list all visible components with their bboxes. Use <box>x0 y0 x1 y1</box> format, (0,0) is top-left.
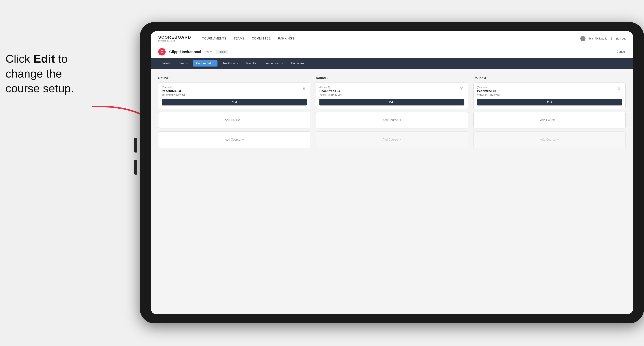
user-email: blair@clippd.io <box>589 37 608 40</box>
tournament-name: Clippd Invitational <box>169 50 201 54</box>
sub-header-left: C Clippd Invitational (Men) Hosting <box>158 48 228 55</box>
main-content: Round 1 🗑 (Course A) Peachtree GC Yellow… <box>151 69 633 314</box>
round-3-add-course-2-label: Add Course <box>540 138 556 141</box>
round-3-course-label: (Course A) <box>477 86 622 89</box>
round-1-delete-button[interactable]: 🗑 <box>302 86 307 91</box>
round-1-add-course-1-label: Add Course <box>225 119 240 122</box>
user-avatar-icon <box>580 36 586 41</box>
nav-right: blair@clippd.io | Sign out <box>580 36 626 41</box>
round-3-add-course-2-plus: + <box>557 138 559 142</box>
nav-rankings[interactable]: RANKINGS <box>278 36 294 41</box>
round-1-add-course-1[interactable]: Add Course + <box>158 112 310 129</box>
round-1-header: Round 1 <box>158 76 310 80</box>
tab-results[interactable]: Results <box>243 60 260 66</box>
nav-tournaments[interactable]: TOURNAMENTS <box>202 36 226 41</box>
round-1-course-details: Yellow (M) (6629 yds) <box>162 93 307 96</box>
nav-separator: | <box>611 37 612 40</box>
round-2-add-course-1-label: Add Course <box>382 119 398 122</box>
instruction-block: Click Edit to change the course setup. <box>6 51 101 96</box>
tablet-screen: SCOREBOARD Powered by clippd TOURNAMENTS… <box>151 31 633 314</box>
round-1-course-name: Peachtree GC <box>162 89 307 93</box>
round-1-add-course-2[interactable]: Add Course + <box>158 131 310 148</box>
round-2-course-name: Peachtree GC <box>320 89 464 93</box>
tab-teams[interactable]: Teams <box>176 60 191 66</box>
round-3-column: Round 3 🗑 (Course A) Peachtree GC Yellow… <box>474 76 626 151</box>
round-1-add-course-2-plus: + <box>242 138 244 142</box>
sign-out-link[interactable]: Sign out <box>616 37 626 40</box>
instruction-bold: Edit <box>34 52 55 65</box>
round-3-delete-button[interactable]: 🗑 <box>616 86 622 91</box>
rounds-grid: Round 1 🗑 (Course A) Peachtree GC Yellow… <box>158 76 626 151</box>
round-1-course-card: 🗑 (Course A) Peachtree GC Yellow (M) (66… <box>158 82 310 109</box>
round-3-course-name: Peachtree GC <box>477 89 622 93</box>
tab-course-setup[interactable]: Course Setup <box>193 60 218 66</box>
round-3-add-course-1[interactable]: Add Course + <box>474 112 626 129</box>
tablet-side-button-1 <box>134 138 137 153</box>
round-2-edit-button[interactable]: Edit <box>320 99 464 105</box>
round-1-edit-button[interactable]: Edit <box>162 99 307 105</box>
round-3-header: Round 3 <box>474 76 626 80</box>
round-3-add-course-1-plus: + <box>557 118 559 122</box>
sub-header: C Clippd Invitational (Men) Hosting Canc… <box>151 46 633 58</box>
round-3-add-course-2: Add Course + <box>474 131 626 148</box>
round-2-delete-button[interactable]: 🗑 <box>459 86 464 91</box>
cancel-button[interactable]: Cancel <box>616 50 626 53</box>
tab-bar: Details Teams Course Setup Tee Groups Re… <box>151 58 633 69</box>
round-2-add-course-1-plus: + <box>400 118 402 122</box>
round-1-add-course-1-plus: + <box>242 118 244 122</box>
round-2-column: Round 2 🗑 (Course A) Peachtree GC Yellow… <box>316 76 468 151</box>
round-2-course-label: (Course A) <box>320 86 464 89</box>
clippd-logo: C <box>158 48 166 55</box>
round-1-add-course-2-label: Add Course <box>225 138 240 141</box>
tablet-frame: SCOREBOARD Powered by clippd TOURNAMENTS… <box>140 22 644 323</box>
nav-left: SCOREBOARD Powered by clippd TOURNAMENTS… <box>158 35 294 42</box>
tab-details[interactable]: Details <box>158 60 174 66</box>
powered-by: Powered by clippd <box>158 40 191 42</box>
round-2-add-course-2-label: Add Course <box>382 138 398 141</box>
tab-tee-groups[interactable]: Tee Groups <box>219 60 241 66</box>
round-1-course-label: (Course A) <box>162 86 307 89</box>
round-2-course-details: Yellow (M) (6629 yds) <box>320 93 464 96</box>
round-3-course-card: 🗑 (Course A) Peachtree GC Yellow (M) (66… <box>474 82 626 109</box>
round-2-header: Round 2 <box>316 76 468 80</box>
round-3-course-details: Yellow (M) (6629 yds) <box>477 93 622 96</box>
round-2-add-course-1[interactable]: Add Course + <box>316 112 468 129</box>
round-2-course-card: 🗑 (Course A) Peachtree GC Yellow (M) (66… <box>316 82 468 109</box>
tab-printables[interactable]: Printables <box>288 60 308 66</box>
round-1-column: Round 1 🗑 (Course A) Peachtree GC Yellow… <box>158 76 310 151</box>
nav-links: TOURNAMENTS TEAMS COMMITTEE RANKINGS <box>202 36 294 41</box>
round-3-edit-button[interactable]: Edit <box>477 99 622 105</box>
top-nav: SCOREBOARD Powered by clippd TOURNAMENTS… <box>151 31 633 46</box>
brand-name: SCOREBOARD <box>158 35 191 39</box>
tablet-side-button-2 <box>134 160 137 174</box>
round-2-add-course-2-plus: + <box>400 138 402 142</box>
round-2-add-course-2: Add Course + <box>316 131 468 148</box>
tournament-gender: (Men) <box>205 50 212 53</box>
nav-teams[interactable]: TEAMS <box>234 36 244 41</box>
hosting-badge: Hosting <box>216 50 228 54</box>
nav-committee[interactable]: COMMITTEE <box>252 36 270 41</box>
round-3-add-course-1-label: Add Course <box>540 119 556 122</box>
scoreboard-logo: SCOREBOARD Powered by clippd <box>158 35 191 42</box>
tab-leaderboards[interactable]: Leaderboards <box>261 60 286 66</box>
